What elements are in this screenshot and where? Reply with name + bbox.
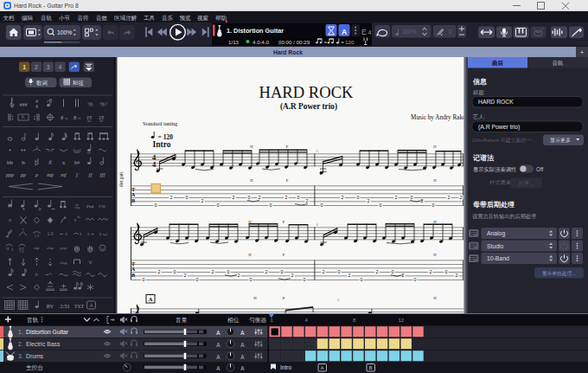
svg-text:显示实际演奏调性: 显示实际演奏调性 [473,166,517,173]
svg-text:Drums: Drums [26,353,44,359]
svg-text:0: 0 [217,203,220,208]
svg-text:Analog: Analog [487,230,505,237]
svg-text:音轨: 音轨 [552,60,564,67]
svg-text:###: ### [19,102,27,107]
svg-text:4: 4 [35,104,38,109]
svg-text:+: + [580,48,585,56]
svg-text:1 3: 1 3 [35,235,39,238]
svg-text:0: 0 [392,269,394,274]
svg-text:2: 2 [212,269,214,274]
svg-text:1 3: 1 3 [20,250,24,254]
svg-text:b#: b# [74,160,80,165]
svg-text:A: A [240,330,245,336]
svg-text:2: 2 [342,195,344,200]
svg-text:音轨: 音轨 [41,15,53,22]
svg-text:3: 3 [11,248,13,252]
svg-text:Ped.: Ped. [86,204,94,209]
svg-text:P: P [283,220,285,224]
svg-text:2: 2 [430,269,432,274]
svg-text:2: 2 [184,273,187,278]
svg-text:2: 2 [265,269,268,274]
svg-text:Hard Rock - Guitar Pro 8: Hard Rock - Guitar Pro 8 [14,3,79,9]
svg-text:Standard tuning: Standard tuning [143,120,178,126]
svg-text:编辑: 编辑 [22,15,34,21]
svg-text:12: 12 [399,318,405,323]
svg-text:艺人:: 艺人: [473,113,486,119]
svg-text:(A.R Power trio): (A.R Power trio) [478,124,520,131]
svg-text:A: A [216,342,220,348]
svg-text:帮助: 帮助 [215,15,227,22]
svg-text:0: 0 [411,195,413,200]
svg-text:%: % [88,101,93,107]
svg-text:2: 2 [368,198,370,203]
svg-text:3: 3 [47,64,50,70]
svg-text:0: 0 [250,277,252,282]
svg-text:0: 0 [174,269,176,274]
svg-text:A: A [321,365,324,370]
svg-text:2: 2 [233,195,235,200]
svg-text:=: = [324,40,327,45]
svg-text:2: 2 [259,195,261,200]
svg-text:2: 2 [395,195,398,200]
svg-text:A: A [240,342,245,348]
svg-text:Hard Rock: Hard Rock [273,49,303,55]
svg-text:0: 0 [143,277,145,282]
svg-text:打开...: 打开... [518,181,534,187]
svg-text:A: A [240,365,245,371]
svg-text:2: 2 [291,273,294,278]
svg-text:显示单轨处理...: 显示单轨处理... [542,270,577,277]
svg-text:E: E [361,28,367,36]
svg-text:预览: 预览 [180,15,192,22]
svg-text:HARD ROCK: HARD ROCK [259,83,355,101]
svg-text:小节: 小节 [59,15,71,21]
svg-text:100%: 100% [57,29,72,35]
svg-text:A: A [342,28,347,36]
svg-text:tr.: tr. [35,272,39,277]
svg-text:2: 2 [35,64,38,70]
svg-text:B: B [369,365,373,370]
svg-text:Intro: Intro [153,140,171,149]
svg-text:3.: 3. [18,353,23,359]
svg-text:2: 2 [323,269,325,274]
svg-text:音乐: 音乐 [162,15,174,22]
svg-text:x: x [9,217,11,222]
svg-text:4: 4 [59,64,62,70]
svg-text:音量: 音量 [176,317,188,324]
svg-text:=: = [342,40,344,45]
svg-text:00:00 / 00:29: 00:00 / 00:29 [278,39,310,45]
svg-text:0: 0 [361,277,363,282]
svg-text:0: 0 [380,203,382,208]
svg-text:x: x [7,235,9,239]
svg-text:音效: 音效 [96,15,108,22]
svg-text:0: 0 [414,277,417,282]
svg-text:1.: 1. [18,329,23,335]
svg-text:0: 0 [338,269,341,274]
svg-text:b: b [22,159,25,165]
svg-text:A: A [216,354,220,360]
svg-text:%: % [100,101,105,107]
svg-text:2: 2 [201,198,204,203]
svg-text:0: 0 [186,195,189,200]
svg-text:设置总音轨输出的后期处理: 设置总音轨输出的后期处理 [472,213,536,220]
svg-text:4: 4 [368,29,372,35]
svg-text:A: A [216,330,220,336]
svg-text:显示更多: 显示更多 [550,137,571,143]
svg-text:0: 0 [445,269,448,274]
svg-text:2: 2 [285,195,288,200]
svg-text:ring: ring [74,206,80,209]
svg-text:bb: bb [7,159,14,165]
svg-text:记谱法: 记谱法 [472,154,495,162]
svg-text:rasg.: rasg. [60,260,67,265]
svg-text:x: x [22,228,24,231]
svg-text:0: 0 [248,195,251,200]
svg-text:BV: BV [47,303,54,309]
svg-text:HARD ROCK: HARD ROCK [478,99,514,105]
svg-text:P: P [286,145,289,149]
svg-text:0: 0 [196,277,199,282]
svg-text:mf: mf [61,172,67,177]
svg-text:0: 0 [321,203,323,208]
svg-text:#: # [48,159,52,165]
svg-text:2: 2 [306,198,309,203]
svg-text:0: 0 [357,195,360,200]
svg-text:6:4: 6:4 [48,149,52,152]
